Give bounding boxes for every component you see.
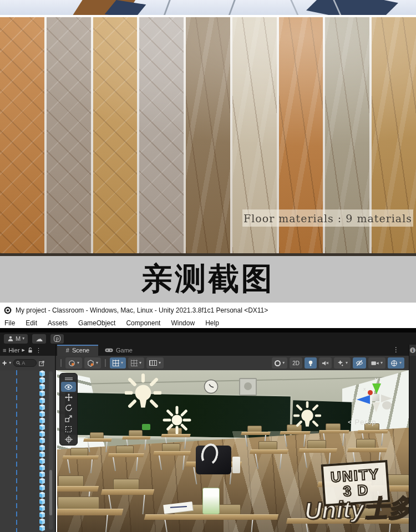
hierarchy-tree[interactable] xyxy=(0,370,56,532)
menu-item[interactable]: Edit xyxy=(26,319,37,327)
cloud-button[interactable]: ☁ xyxy=(32,334,46,344)
effects-toggle[interactable]: ▾ xyxy=(334,357,351,369)
scene-visibility-toggle[interactable] xyxy=(353,357,366,369)
hierarchy-item[interactable] xyxy=(0,411,55,417)
chevron-down-icon: ▾ xyxy=(96,361,98,365)
axis-z-label[interactable]: z xyxy=(351,395,354,403)
classroom-desk xyxy=(57,497,123,532)
menu-item[interactable]: Help xyxy=(205,319,219,327)
maximize-icon[interactable] xyxy=(39,360,45,366)
gizmos-toggle[interactable]: ▾ xyxy=(388,357,404,369)
hierarchy-item[interactable] xyxy=(0,484,55,491)
prefab-cube-icon xyxy=(39,377,45,383)
camera-settings-button[interactable]: ▾ xyxy=(368,357,385,369)
lock-icon[interactable] xyxy=(27,347,33,354)
green-box xyxy=(142,424,150,430)
grid-snap-icon xyxy=(131,360,138,366)
account-button[interactable]: M ▾ xyxy=(4,334,28,344)
menu-item[interactable]: GameObject xyxy=(78,319,115,327)
overlay-drag-handle[interactable] xyxy=(65,377,73,380)
desk-leg xyxy=(255,454,258,469)
ruler-icon xyxy=(149,360,157,366)
hierarchy-item[interactable] xyxy=(0,370,55,377)
axis-x-label[interactable]: x xyxy=(363,386,366,392)
debug-cube-button[interactable]: ▾ xyxy=(84,357,101,369)
hierarchy-item[interactable] xyxy=(0,518,55,525)
axis-y-label[interactable]: y xyxy=(375,376,378,383)
hierarchy-item[interactable] xyxy=(0,464,55,471)
point-light-gizmo[interactable] xyxy=(125,374,161,417)
sun-light-gizmo[interactable] xyxy=(163,406,191,434)
menu-item[interactable]: Assets xyxy=(48,319,68,327)
prefab-cube-icon xyxy=(39,431,45,437)
chair-back xyxy=(258,441,277,450)
add-object-button[interactable]: + xyxy=(2,359,7,367)
prefab-cube-icon xyxy=(39,370,45,377)
audio-muted-icon xyxy=(322,360,329,366)
move-tool-button[interactable] xyxy=(61,392,76,402)
rect-tool-button[interactable] xyxy=(61,424,76,434)
tab-scene[interactable]: # Scene xyxy=(57,345,98,356)
desk-leg xyxy=(388,524,391,532)
render-mode-button[interactable]: ▾ xyxy=(272,357,287,369)
shaded-sphere-icon xyxy=(68,360,75,367)
tab-game[interactable]: Game xyxy=(99,345,138,356)
hierarchy-item[interactable] xyxy=(0,492,55,498)
grid-visibility-button[interactable]: ▾ xyxy=(110,357,126,369)
scale-tool-button[interactable] xyxy=(61,413,76,423)
scrollbar-thumb[interactable] xyxy=(49,470,52,515)
gizmo-cube[interactable] xyxy=(372,394,379,401)
point-light-gizmo[interactable] xyxy=(293,401,321,433)
prefab-cube-icon xyxy=(39,444,45,451)
hierarchy-item[interactable] xyxy=(0,444,55,451)
pen xyxy=(170,506,187,508)
hierarchy-item[interactable] xyxy=(0,397,55,404)
hierarchy-search-input[interactable]: A xyxy=(13,359,37,367)
snap-increment-button[interactable]: ▾ xyxy=(146,357,164,369)
hierarchy-item[interactable] xyxy=(0,431,55,437)
draw-mode-button[interactable]: ▾ xyxy=(65,357,82,369)
inspector-tab[interactable]: i xyxy=(409,345,416,356)
2d-view-toggle[interactable]: 2D xyxy=(290,357,302,369)
window-title: My project - Classroom - Windows, Mac, L… xyxy=(16,306,268,314)
hierarchy-item[interactable] xyxy=(0,404,55,411)
hierarchy-item[interactable] xyxy=(0,525,55,531)
perspective-label[interactable]: <Persp xyxy=(348,418,377,426)
collapsed-inspector-panel: i xyxy=(409,345,416,532)
transform-tool-button[interactable] xyxy=(61,434,76,444)
scene-orientation-gizmo[interactable]: y x z xyxy=(349,377,397,418)
plastic-scm-button[interactable]: p xyxy=(50,334,64,344)
scene-lighting-toggle[interactable] xyxy=(305,357,317,369)
hierarchy-item[interactable] xyxy=(0,437,55,444)
hierarchy-item[interactable] xyxy=(0,417,55,424)
hierarchy-item[interactable] xyxy=(0,377,55,383)
hierarchy-item[interactable] xyxy=(0,505,55,511)
hierarchy-item[interactable] xyxy=(0,498,55,505)
view-tool-button[interactable] xyxy=(61,382,76,392)
chair-back xyxy=(113,479,139,490)
hierarchy-item[interactable] xyxy=(0,458,55,464)
prefab-cube-icon xyxy=(39,451,45,458)
menu-item[interactable]: File xyxy=(4,319,15,327)
hierarchy-scrollbar[interactable] xyxy=(49,371,53,530)
scene-more-options[interactable]: ⋮ xyxy=(392,346,400,355)
menu-item[interactable]: Component xyxy=(126,319,160,327)
grid-snap-button[interactable]: ▾ xyxy=(128,357,144,369)
menu-item[interactable]: Window xyxy=(171,319,195,327)
hierarchy-item[interactable] xyxy=(0,478,55,484)
kebab-menu-icon[interactable]: ⋮ xyxy=(35,347,42,354)
audio-toggle[interactable] xyxy=(319,357,332,369)
toolbar-grip[interactable] xyxy=(60,359,62,367)
hierarchy-item[interactable] xyxy=(0,390,55,397)
hierarchy-item[interactable] xyxy=(0,451,55,458)
rotate-icon xyxy=(65,404,73,412)
hierarchy-item[interactable] xyxy=(0,511,55,518)
hierarchy-item[interactable] xyxy=(0,471,55,478)
chair-back xyxy=(58,497,99,509)
hierarchy-item[interactable] xyxy=(0,383,55,390)
chair-back xyxy=(326,423,341,431)
rotate-tool-button[interactable] xyxy=(61,403,76,413)
scene-viewport[interactable]: y x z <Persp UNITY 3 D Unity士多 xyxy=(57,370,409,532)
hierarchy-item[interactable] xyxy=(0,424,55,431)
hierarchy-tab[interactable]: ≡ Hier ▶ ⋮ xyxy=(0,345,56,356)
